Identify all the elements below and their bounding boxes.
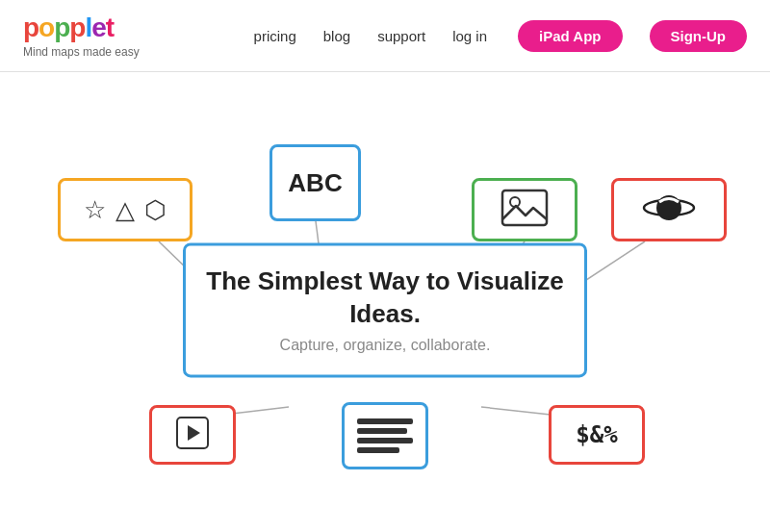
- image-icon: [500, 189, 549, 231]
- logo[interactable]: popplet: [23, 13, 254, 43]
- shapes-popplet-box[interactable]: ☆ △ ⬡: [58, 178, 192, 241]
- textlines-popplet-box[interactable]: [342, 402, 428, 469]
- play-icon: [175, 416, 210, 454]
- hero-headline: The Simplest Way to Visualize Ideas.: [186, 266, 584, 332]
- abc-popplet-box[interactable]: ABC: [270, 144, 361, 221]
- svg-rect-7: [502, 190, 547, 225]
- nav-login[interactable]: log in: [452, 28, 487, 44]
- hero-subheadline: Capture, organize, collaborate.: [280, 337, 491, 354]
- svg-marker-12: [188, 425, 200, 441]
- nav-blog[interactable]: blog: [323, 28, 350, 44]
- logo-area: popplet Mind maps made easy: [23, 13, 254, 59]
- header: popplet Mind maps made easy pricing blog…: [0, 0, 770, 72]
- hexagon-icon: ⬡: [144, 195, 167, 225]
- ipad-app-button[interactable]: iPad App: [518, 20, 622, 52]
- planet-icon: [641, 187, 697, 233]
- text-lines-icon: [351, 413, 419, 459]
- hero-section: The Simplest Way to Visualize Ideas. Cap…: [0, 72, 770, 532]
- nav-pricing[interactable]: pricing: [254, 28, 296, 44]
- triangle-icon: △: [116, 195, 135, 225]
- shapes-content: ☆ △ ⬡: [84, 195, 167, 225]
- abc-text: ABC: [288, 168, 342, 198]
- tagline: Mind maps made easy: [23, 45, 254, 59]
- special-chars-text: $&%: [576, 421, 617, 448]
- signup-button[interactable]: Sign-Up: [650, 20, 748, 52]
- nav: pricing blog support log in iPad App Sig…: [254, 20, 747, 52]
- star-icon: ☆: [84, 195, 106, 225]
- nav-support[interactable]: support: [377, 28, 425, 44]
- planet-popplet-box[interactable]: [611, 178, 727, 241]
- image-popplet-box[interactable]: [472, 178, 578, 241]
- center-popplet-box[interactable]: The Simplest Way to Visualize Ideas. Cap…: [183, 242, 587, 377]
- video-popplet-box[interactable]: [149, 405, 236, 465]
- specialchars-popplet-box[interactable]: $&%: [549, 405, 645, 465]
